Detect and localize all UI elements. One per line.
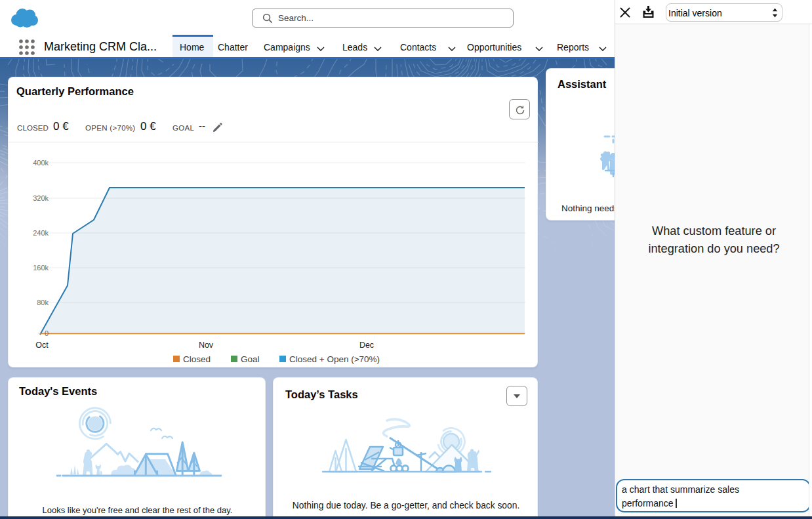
svg-text:160k: 160k	[33, 264, 49, 272]
svg-text:400k: 400k	[33, 159, 49, 167]
svg-text:80k: 80k	[37, 299, 49, 306]
svg-text:Nov: Nov	[199, 341, 214, 350]
svg-text:0: 0	[45, 329, 49, 337]
svg-text:Dec: Dec	[359, 341, 374, 350]
svg-text:Oct: Oct	[35, 341, 49, 350]
svg-text:320k: 320k	[33, 194, 49, 202]
svg-text:240k: 240k	[33, 229, 49, 237]
